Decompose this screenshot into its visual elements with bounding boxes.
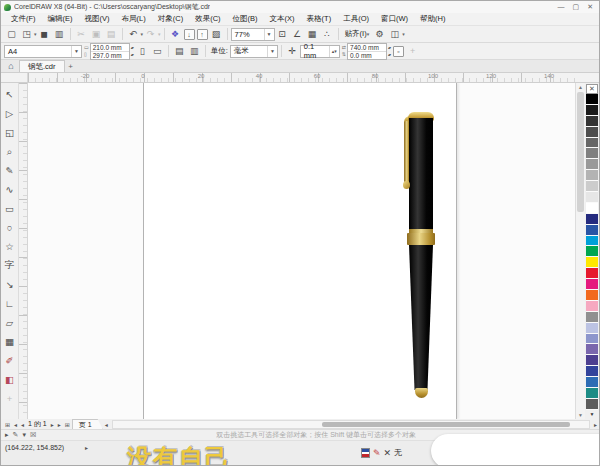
- scroll-up-icon[interactable]: ▲: [576, 84, 585, 90]
- spinner-arrows-icon[interactable]: ▴▾▴▾: [131, 44, 133, 58]
- color-swatch-22[interactable]: [586, 323, 598, 334]
- show-guidelines-button[interactable]: ∴: [321, 28, 334, 41]
- treat-as-filled-button[interactable]: ▫: [393, 46, 404, 57]
- pick-tool[interactable]: ↖: [2, 85, 18, 104]
- new-document-button[interactable]: ▢: [5, 28, 18, 41]
- color-swatch-17[interactable]: [586, 268, 598, 279]
- duplicate-distance[interactable]: ⇄⇅ 740.0 mm 0.0 mm ▴▾▴▾: [342, 43, 390, 60]
- export-button[interactable]: ↑: [197, 29, 208, 40]
- maximize-button[interactable]: ▢: [573, 3, 580, 11]
- chevron-down-icon[interactable]: ▾: [141, 31, 144, 37]
- color-swatch-10[interactable]: [586, 192, 598, 203]
- color-swatch-26[interactable]: [586, 366, 598, 377]
- transparency-tool[interactable]: ▦: [2, 332, 18, 351]
- portrait-button[interactable]: ▯: [136, 45, 149, 58]
- color-swatch-18[interactable]: [586, 279, 598, 290]
- publish-pdf-button[interactable]: ▨: [210, 28, 223, 41]
- color-swatch-13[interactable]: [586, 225, 598, 236]
- outline-pen-icon[interactable]: ✎: [373, 448, 381, 458]
- color-swatch-25[interactable]: [586, 355, 598, 366]
- no-color-swatch[interactable]: ✕: [586, 84, 598, 94]
- color-swatch-16[interactable]: [586, 257, 598, 268]
- page-tab[interactable]: 页 1: [72, 419, 103, 429]
- add-page-icon[interactable]: ⊞: [63, 421, 72, 428]
- show-rulers-button[interactable]: ∠: [291, 28, 304, 41]
- color-swatch-20[interactable]: [586, 301, 598, 312]
- pen-settings-icon[interactable]: ✎: [13, 431, 19, 439]
- nudge-distance-input[interactable]: 0.1 mm ▴▾: [300, 45, 340, 58]
- color-swatch-3[interactable]: [586, 116, 598, 127]
- color-swatch-11[interactable]: [586, 203, 598, 214]
- pen-artwork[interactable]: [144, 83, 456, 419]
- application-launcher-button[interactable]: ◫: [388, 28, 401, 41]
- save-button[interactable]: ◼: [38, 28, 51, 41]
- duplicate-x-input[interactable]: 740.0 mm: [348, 44, 386, 52]
- page-size-combo[interactable]: A4 ▼: [4, 45, 82, 58]
- ruler-origin-corner[interactable]: [1, 73, 28, 82]
- color-swatch-2[interactable]: [586, 105, 598, 116]
- scroll-right-icon[interactable]: ▸: [592, 421, 599, 428]
- add-page-icon[interactable]: ⊞: [3, 421, 12, 428]
- snap-to-dropdown[interactable]: 贴齐(I) ▾: [342, 29, 373, 39]
- show-grid-button[interactable]: ▦: [306, 28, 319, 41]
- undo-button[interactable]: ↶: [127, 28, 140, 41]
- freehand-tool[interactable]: ✎: [2, 161, 18, 180]
- first-page-icon[interactable]: ◂: [12, 421, 19, 428]
- connector-tool[interactable]: ∟: [2, 294, 18, 313]
- units-combo[interactable]: 毫米 ▼: [230, 45, 278, 58]
- horizontal-ruler[interactable]: -20020406080100120140: [28, 73, 575, 82]
- last-page-icon[interactable]: ▸: [56, 421, 63, 428]
- color-swatch-23[interactable]: [586, 334, 598, 345]
- color-swatch-14[interactable]: [586, 236, 598, 247]
- text-tool[interactable]: 字: [2, 256, 18, 275]
- import-button[interactable]: ↓: [184, 29, 195, 40]
- scroll-down-icon[interactable]: ▼: [576, 412, 585, 418]
- chevron-down-icon[interactable]: ▾: [22, 431, 26, 439]
- polygon-tool[interactable]: ☆: [2, 237, 18, 256]
- color-swatch-21[interactable]: [586, 312, 598, 323]
- palette-scroll-down-icon[interactable]: ▼: [586, 410, 598, 418]
- menu-item-9[interactable]: 工具(O): [337, 14, 375, 24]
- next-page-icon[interactable]: ▸: [49, 421, 56, 428]
- drawing-canvas[interactable]: [28, 83, 575, 419]
- menu-item-7[interactable]: 文本(X): [264, 14, 301, 24]
- color-swatch-24[interactable]: [586, 344, 598, 355]
- zoom-tool[interactable]: ⌕: [2, 142, 18, 161]
- menu-item-4[interactable]: 对象(C): [152, 14, 189, 24]
- color-swatch-4[interactable]: [586, 127, 598, 138]
- menu-item-5[interactable]: 效果(C): [189, 14, 226, 24]
- rectangle-tool[interactable]: ▭: [2, 199, 18, 218]
- color-eyedropper-tool[interactable]: ✐: [2, 351, 18, 370]
- menu-item-2[interactable]: 视图(V): [79, 14, 116, 24]
- color-swatch-29[interactable]: [586, 399, 598, 410]
- duplicate-y-input[interactable]: 0.0 mm: [348, 52, 386, 59]
- vertical-ruler[interactable]: [19, 83, 28, 419]
- chevron-down-icon[interactable]: ▾: [34, 31, 37, 37]
- welcome-home-tab[interactable]: ⌂: [3, 60, 19, 72]
- page-height-input[interactable]: 297.0 mm: [91, 52, 129, 59]
- new-document-tab-button[interactable]: +: [65, 60, 77, 72]
- page-dimensions[interactable]: ▭▯ 210.0 mm 297.0 mm ▴▾▴▾: [84, 43, 133, 60]
- vertical-scroll-thumb[interactable]: [577, 92, 584, 212]
- horizontal-scrollbar[interactable]: [112, 420, 590, 429]
- current-page-button[interactable]: ▥: [188, 45, 201, 58]
- crop-tool[interactable]: ◱: [2, 123, 18, 142]
- color-profile-icon[interactable]: [361, 448, 370, 458]
- search-content-button[interactable]: ❖: [169, 28, 182, 41]
- options-button[interactable]: ⚙: [373, 28, 386, 41]
- spinner-arrows-icon[interactable]: ▴▾▴▾: [388, 44, 390, 58]
- vertical-scrollbar[interactable]: ▲ ▼: [575, 83, 585, 419]
- menu-item-3[interactable]: 布局(L): [116, 14, 152, 24]
- menu-item-1[interactable]: 编辑(E): [42, 14, 79, 24]
- menu-item-11[interactable]: 帮助(H): [414, 14, 451, 24]
- zoom-level-combo[interactable]: 77%▼: [231, 28, 275, 41]
- color-swatch-9[interactable]: [586, 181, 598, 192]
- color-swatch-15[interactable]: [586, 246, 598, 257]
- document-page[interactable]: [143, 83, 457, 419]
- landscape-button[interactable]: ▭: [151, 45, 164, 58]
- dimension-tool[interactable]: ↘: [2, 275, 18, 294]
- all-pages-button[interactable]: ▤: [173, 45, 186, 58]
- minimize-button[interactable]: —: [558, 3, 565, 11]
- artistic-media-tool[interactable]: ∿: [2, 180, 18, 199]
- color-swatch-12[interactable]: [586, 214, 598, 225]
